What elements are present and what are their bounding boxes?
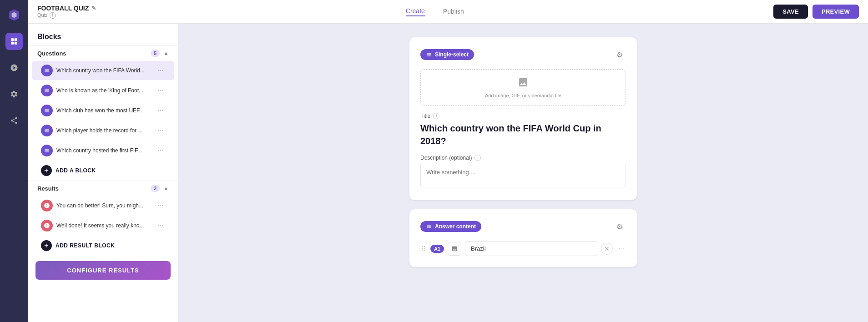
add-result-block-button[interactable]: + ADD RESULT BLOCK xyxy=(32,236,174,255)
media-placeholder[interactable]: Add image, GIF, or video/audio file xyxy=(420,69,626,106)
question-item-q1[interactable]: Which country won the FIFA World... ··· xyxy=(32,61,174,80)
add-result-label: ADD RESULT BLOCK xyxy=(56,242,115,249)
r2-label: Well done! It seems you really kno... xyxy=(56,222,152,229)
answer-content-type-label: Answer content xyxy=(435,223,476,230)
q2-label: Who is known as the 'King of Foot... xyxy=(56,87,152,94)
single-select-gear-icon[interactable]: ⚙ xyxy=(613,48,626,61)
svg-rect-3 xyxy=(15,42,17,45)
question-item-q2[interactable]: Who is known as the 'King of Foot... ··· xyxy=(32,81,174,100)
answer-more-button-a1[interactable]: ··· xyxy=(616,244,626,254)
answer-content-badge: Answer content xyxy=(420,221,481,232)
save-button[interactable]: SAVE xyxy=(773,5,808,19)
results-chevron-icon: ▲ xyxy=(163,185,169,191)
settings-icon[interactable] xyxy=(5,86,23,103)
questions-chevron-icon: ▲ xyxy=(163,50,169,56)
drag-handle-a1[interactable]: ⠿ xyxy=(420,244,427,253)
app-logo[interactable] xyxy=(5,6,23,24)
content-area: Single-select ⚙ Add image, GIF, or video… xyxy=(178,24,868,322)
q2-more-icon[interactable]: ··· xyxy=(156,86,165,96)
share-icon[interactable] xyxy=(5,112,23,129)
q4-label: Which player holds the record for ... xyxy=(56,127,152,134)
q5-icon-badge xyxy=(41,145,53,156)
r1-icon-badge xyxy=(41,200,53,211)
edit-title-icon[interactable]: ✎ xyxy=(91,5,96,11)
top-actions: SAVE PREVIEW xyxy=(773,5,859,19)
title-field-label: Title i xyxy=(420,113,626,119)
single-select-card: Single-select ⚙ Add image, GIF, or video… xyxy=(409,37,637,200)
question-item-q5[interactable]: Which country hosted the first FIF... ··… xyxy=(32,141,174,160)
q4-more-icon[interactable]: ··· xyxy=(156,126,165,136)
blocks-panel-title: Blocks xyxy=(28,24,178,45)
q4-icon-badge xyxy=(41,125,53,136)
single-select-card-header: Single-select ⚙ xyxy=(420,48,626,61)
blocks-icon[interactable] xyxy=(5,33,23,50)
question-item-q4[interactable]: Which player holds the record for ... ··… xyxy=(32,121,174,140)
q1-icon-badge xyxy=(41,65,53,76)
add-result-plus-icon: + xyxy=(41,240,52,251)
r2-more-icon[interactable]: ··· xyxy=(156,221,165,231)
questions-section-title: Questions xyxy=(37,50,151,57)
title-info-icon: i xyxy=(433,113,439,119)
svg-rect-2 xyxy=(11,42,14,45)
description-field-label: Description (optional) i xyxy=(420,155,626,161)
add-block-button[interactable]: + ADD A BLOCK xyxy=(32,161,174,180)
icon-bar xyxy=(0,0,28,322)
configure-results-button[interactable]: CONFIGURE RESULTS xyxy=(35,261,171,280)
answer-input-a1[interactable] xyxy=(465,241,597,256)
answer-content-gear-icon[interactable]: ⚙ xyxy=(613,220,626,233)
question-title: Which country won the FIFA World Cup in … xyxy=(420,122,626,147)
top-nav: Create Publish xyxy=(103,7,766,16)
answer-row-a1: ⠿ A1 ✕ ··· xyxy=(420,241,626,256)
q3-label: Which club has won the most UEF... xyxy=(56,107,152,114)
answer-content-card-header: Answer content ⚙ xyxy=(420,220,626,233)
q5-more-icon[interactable]: ··· xyxy=(156,146,165,156)
single-select-type-label: Single-select xyxy=(435,51,469,58)
blocks-panel: Blocks Questions 5 ▲ Which country won t… xyxy=(28,24,178,322)
top-bar: FOOTBALL QUIZ ✎ Quiz i Create Publish SA… xyxy=(28,0,868,24)
single-select-badge: Single-select xyxy=(420,49,474,60)
nav-create[interactable]: Create xyxy=(406,7,425,16)
q5-label: Which country hosted the first FIF... xyxy=(56,147,152,154)
media-placeholder-icon xyxy=(518,77,529,90)
result-item-r1[interactable]: You can do better! Sure, you migh... ··· xyxy=(32,196,174,215)
answer-content-card: Answer content ⚙ ⠿ A1 ✕ ··· xyxy=(409,209,637,267)
q2-icon-badge xyxy=(41,85,53,96)
answer-image-button-a1[interactable] xyxy=(448,242,461,256)
svg-rect-1 xyxy=(15,38,17,41)
r1-more-icon[interactable]: ··· xyxy=(156,201,165,211)
answer-close-button-a1[interactable]: ✕ xyxy=(601,243,613,255)
preview-button[interactable]: PREVIEW xyxy=(812,5,859,19)
app-subtitle: Quiz i xyxy=(37,12,96,19)
nav-publish[interactable]: Publish xyxy=(443,8,464,16)
app-title-group: FOOTBALL QUIZ ✎ Quiz i xyxy=(37,5,96,19)
app-title: FOOTBALL QUIZ ✎ xyxy=(37,5,96,12)
q1-more-icon[interactable]: ··· xyxy=(156,65,165,75)
q3-more-icon[interactable]: ··· xyxy=(156,106,165,116)
q3-icon-badge xyxy=(41,105,53,116)
add-block-plus-icon: + xyxy=(41,165,52,176)
main-area: Blocks Questions 5 ▲ Which country won t… xyxy=(28,24,868,322)
media-placeholder-text: Add image, GIF, or video/audio file xyxy=(485,93,561,98)
results-count: 2 xyxy=(151,185,160,192)
results-section-title: Results xyxy=(37,185,151,192)
design-icon[interactable] xyxy=(5,59,23,76)
description-input[interactable] xyxy=(420,164,626,187)
svg-rect-0 xyxy=(11,38,14,41)
r2-icon-badge xyxy=(41,220,53,231)
subtitle-info-icon[interactable]: i xyxy=(50,12,56,19)
questions-section-header[interactable]: Questions 5 ▲ xyxy=(28,45,178,60)
question-item-q3[interactable]: Which club has won the most UEF... ··· xyxy=(32,101,174,120)
results-section-header[interactable]: Results 2 ▲ xyxy=(28,181,178,196)
r1-label: You can do better! Sure, you migh... xyxy=(56,202,152,209)
add-block-label: ADD A BLOCK xyxy=(56,167,96,174)
q1-label: Which country won the FIFA World... xyxy=(56,67,152,74)
description-info-icon: i xyxy=(474,155,481,161)
questions-count: 5 xyxy=(151,50,160,57)
answer-badge-a1: A1 xyxy=(430,245,444,253)
result-item-r2[interactable]: Well done! It seems you really kno... ··… xyxy=(32,216,174,235)
